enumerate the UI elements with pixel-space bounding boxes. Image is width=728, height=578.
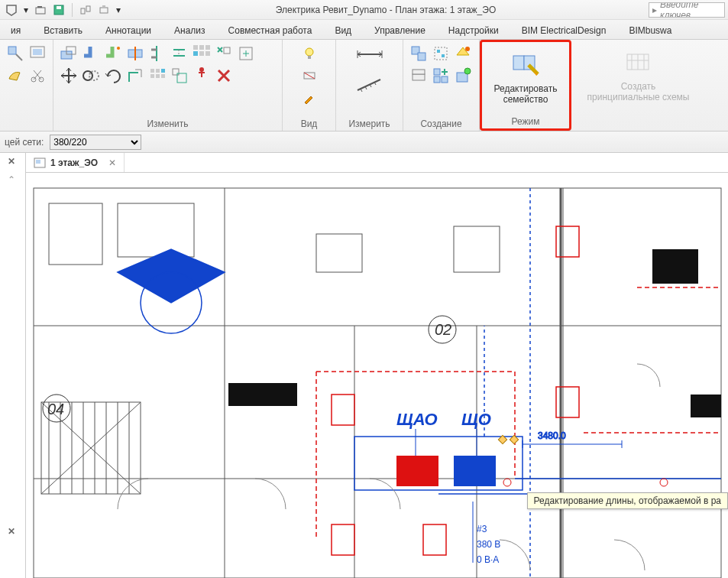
view-tab-name: 1 этаж_ЭО: [50, 157, 98, 168]
cut-icon[interactable]: [27, 65, 48, 86]
room-tag-02: 02: [435, 321, 451, 338]
svg-rect-26: [150, 69, 154, 73]
floor-plan-canvas[interactable]: 02 04 ЩАО ЩО 3480.0: [26, 173, 728, 578]
load-family-icon[interactable]: [452, 65, 474, 86]
split-icon[interactable]: [125, 43, 146, 64]
extend-icon[interactable]: [235, 43, 257, 64]
view-tab-close[interactable]: ✕: [108, 157, 116, 168]
room-tag-04: 04: [47, 401, 64, 417]
pin-icon[interactable]: [191, 65, 212, 86]
svg-rect-5: [86, 6, 90, 11]
offset-icon[interactable]: [169, 43, 190, 64]
svg-rect-46: [434, 69, 440, 75]
join-icon[interactable]: [58, 43, 79, 64]
view-tab[interactable]: 1 этаж_ЭО ✕: [26, 153, 125, 172]
paint-icon[interactable]: [5, 65, 26, 86]
dimension-value[interactable]: 3480.0: [538, 430, 566, 441]
create-assembly-icon[interactable]: [452, 43, 474, 64]
svg-rect-59: [316, 234, 362, 272]
svg-rect-72: [423, 524, 446, 555]
svg-rect-62: [228, 383, 297, 406]
tab-addins[interactable]: Надстройки: [444, 22, 503, 39]
panel-view-label: Вид: [301, 119, 318, 129]
rotate-icon[interactable]: [102, 65, 124, 86]
tab-analyze[interactable]: Анализ: [170, 22, 210, 39]
move-icon[interactable]: [58, 65, 79, 86]
delete-icon[interactable]: [213, 65, 235, 86]
trim-corner-icon[interactable]: [125, 65, 146, 86]
app-menu-button[interactable]: [3, 2, 20, 18]
svg-rect-64: [691, 395, 721, 417]
beam-join-icon[interactable]: [102, 43, 124, 64]
svg-rect-39: [418, 53, 425, 60]
tab-collaborate[interactable]: Совместная работа: [224, 22, 317, 39]
tab-manage[interactable]: Управление: [370, 22, 430, 39]
qat-dropdown[interactable]: ▾: [21, 2, 31, 18]
create-scheme-button: Создать принципиальные схемы: [580, 43, 697, 107]
optbar-label: цей сети:: [5, 137, 44, 148]
tab-0[interactable]: ия: [6, 22, 25, 39]
ribbon-tabs: ия Вставить Аннотации Анализ Совместная …: [0, 20, 728, 40]
tab-bimbusway[interactable]: BIMbuswa: [624, 22, 676, 39]
edit-family-label: Редактировать семейство: [494, 83, 558, 105]
panel-label-2: ЩО: [461, 410, 491, 429]
plan-view-icon: [34, 157, 46, 168]
tab-view[interactable]: Вид: [330, 22, 356, 39]
open-icon[interactable]: [32, 2, 49, 18]
paintbrush-icon[interactable]: [299, 87, 320, 109]
svg-rect-17: [199, 45, 204, 50]
tab-annotate[interactable]: Аннотации: [101, 22, 156, 39]
align-icon[interactable]: [147, 43, 168, 64]
panel-label-1: ЩАО: [396, 410, 438, 429]
type-icon[interactable]: [27, 43, 48, 64]
trim-icon[interactable]: [213, 43, 235, 64]
chevron-up-icon[interactable]: ⌃: [8, 174, 15, 185]
svg-point-79: [660, 479, 668, 486]
svg-rect-56: [34, 188, 721, 578]
sync-icon[interactable]: [77, 2, 94, 18]
aligned-dim-icon[interactable]: [351, 43, 388, 66]
hide-icon[interactable]: [299, 65, 320, 86]
tab-bim-elec[interactable]: BIM ElectricalDesign: [517, 22, 611, 39]
tooltip: Редактирование длины, отображаемой в ра: [527, 492, 728, 509]
svg-rect-18: [205, 45, 210, 50]
undo-icon[interactable]: [95, 2, 112, 18]
measure-icon[interactable]: [351, 73, 388, 96]
qat-more[interactable]: ▾: [114, 2, 123, 18]
close-icon[interactable]: ✕: [8, 156, 15, 167]
create-parts-icon[interactable]: [408, 65, 429, 86]
properties-palette-collapsed[interactable]: ✕ ⌃ ✕: [0, 153, 26, 578]
svg-rect-71: [332, 524, 354, 555]
modify-icon[interactable]: [5, 43, 26, 64]
svg-rect-45: [413, 70, 425, 74]
copy-icon[interactable]: [80, 65, 102, 86]
array-icon[interactable]: [147, 65, 168, 86]
close-icon-2[interactable]: ✕: [8, 526, 15, 537]
svg-rect-4: [81, 8, 85, 14]
svg-rect-20: [199, 51, 204, 56]
svg-rect-19: [193, 51, 198, 56]
scale-icon[interactable]: [169, 65, 190, 86]
edit-family-button[interactable]: Редактировать семейство: [487, 45, 565, 109]
voltage-select[interactable]: 380/220: [50, 135, 141, 150]
svg-point-43: [465, 47, 470, 51]
svg-rect-29: [150, 74, 154, 78]
svg-rect-32: [173, 69, 179, 75]
panel-modify-label: Изменить: [147, 119, 188, 129]
lightbulb-icon[interactable]: [299, 43, 320, 64]
wall-join-icon[interactable]: [80, 43, 102, 64]
svg-rect-55: [36, 160, 40, 164]
create-similar-icon[interactable]: [408, 43, 429, 64]
create-group-icon[interactable]: [430, 43, 451, 64]
svg-rect-73: [396, 456, 438, 486]
svg-rect-1: [37, 6, 42, 8]
family-types-icon[interactable]: [430, 65, 451, 86]
svg-rect-60: [454, 226, 500, 272]
circuits-label: #3: [477, 524, 487, 534]
svg-rect-27: [156, 69, 160, 73]
save-icon[interactable]: [50, 2, 67, 18]
svg-rect-31: [161, 74, 165, 78]
mirror-icon[interactable]: [191, 43, 212, 64]
search-input[interactable]: Введите ключев: [649, 2, 725, 18]
tab-insert[interactable]: Вставить: [39, 22, 87, 39]
